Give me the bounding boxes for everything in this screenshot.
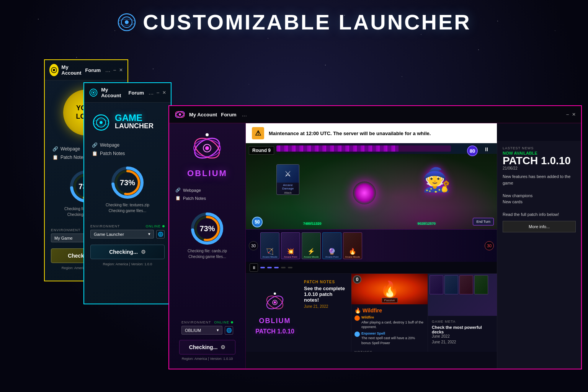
card-art-1: 🏹 [266, 248, 274, 255]
patchnotes-icon-cyan: 📋 [92, 151, 98, 156]
checking-text-cyan: Checking file: textures.zip Checking gam… [106, 202, 149, 214]
hand-card-1[interactable]: 🏹 Arcane Missile [260, 232, 279, 259]
end-turn-btn[interactable]: End Turn [473, 218, 494, 225]
hand-card-2[interactable]: 💥 Arcane Point [281, 232, 300, 259]
win-controls-yellow: – ✕ [113, 67, 123, 73]
globe-icon-pink[interactable]: 🌐 [225, 326, 233, 335]
card-art-2: 💥 [287, 248, 294, 255]
slide-dot-1[interactable] [260, 267, 265, 268]
mana-gem-bottom: 50 [252, 217, 263, 227]
pause-btn-ctrl[interactable]: ⏸ [250, 263, 258, 272]
env-label-text-pink: ENVIRONMENT [181, 320, 211, 324]
close-yellow[interactable]: ✕ [119, 67, 123, 73]
hp-text-left: 7480/11320 [303, 222, 322, 225]
online-status-cyan: Online [145, 224, 165, 228]
nav-dots-cyan[interactable]: ... [149, 89, 154, 96]
svg-point-2 [125, 20, 129, 24]
link-icon-yellow: 🔗 [52, 146, 58, 152]
w3-main-inner: ⚠ Maintenance at 12:00 UTC. The server w… [246, 123, 581, 368]
nav-dots-yellow[interactable]: ... [105, 67, 110, 74]
game-meta-panel: GAME META Check the most powerful decks … [428, 274, 497, 352]
launch-btn-pink[interactable]: Checking... ⚙ [179, 340, 235, 354]
flame-icon: 🔥 [380, 280, 399, 298]
env-select-pink[interactable]: OBLIUM ▾ [181, 326, 222, 335]
progress-section-cyan: 73% Checking file: textures.zip Checking… [84, 161, 171, 218]
gl-orbit-icon [92, 113, 110, 132]
svg-point-23 [179, 113, 181, 116]
minimize-cyan[interactable]: – [157, 90, 159, 95]
hand-card-4[interactable]: 🔮 Arcane Point [322, 232, 341, 259]
link-patchnotes-cyan[interactable]: 📋 Patch Notes [92, 149, 163, 158]
online-status-pink: Online [214, 320, 233, 324]
nav-my-account-pink[interactable]: My Account [189, 112, 217, 118]
oblium-name-text: OBLIUM [187, 168, 227, 178]
link-icon-pink: 🔗 [175, 188, 181, 193]
spell-orb [353, 181, 376, 204]
oblium-main-icon [190, 131, 224, 165]
nav-forum-pink[interactable]: Forum [221, 112, 236, 118]
gl-game-text: GAME [115, 113, 154, 122]
titlebar-cyan: My Account Forum ... – ✕ [84, 83, 171, 103]
svg-point-37 [274, 301, 276, 304]
slide-dot-5[interactable] [288, 267, 292, 268]
gl-title: GAME LAUNCHER [115, 113, 154, 130]
game-bottom-cards: 30 🏹 Arcane Missile 💥 Arcane Point [246, 229, 497, 262]
card-art-left: ⚔ [277, 165, 299, 183]
env-select-cyan[interactable]: Game Launcher ▾ [90, 230, 154, 238]
maintenance-banner: ⚠ Maintenance at 12:00 UTC. The server w… [246, 123, 497, 143]
link-webpage-cyan[interactable]: 🔗 Webpage [92, 141, 163, 149]
patchnotes-icon-pink: 📋 [175, 196, 181, 201]
minimize-pink[interactable]: – [566, 112, 569, 117]
meta-card-3 [459, 275, 473, 294]
link-webpage-pink[interactable]: 🔗 Webpage [175, 186, 239, 194]
oblium-small-icon [263, 291, 286, 314]
nav-my-account-yellow[interactable]: My Account [62, 64, 82, 76]
ability1-icon [354, 315, 360, 321]
env-label-text-cyan: ENVIRONMENT [90, 224, 120, 228]
svg-point-12 [93, 92, 94, 93]
patch-desc-text: New features has been added to the game … [503, 173, 576, 218]
close-cyan[interactable]: ✕ [162, 90, 166, 95]
nav-forum-cyan[interactable]: Forum [129, 90, 144, 96]
meta-card-1 [430, 275, 443, 294]
game-launcher-logo: GAME LAUNCHER [92, 113, 154, 132]
hand-card-5[interactable]: 🔥 Arcane Missile [343, 232, 362, 259]
nav-forum-yellow[interactable]: Forum [85, 67, 101, 73]
wf-name-icon: 🔥 [354, 307, 361, 314]
patch-ver-text: PATCH 1.0.10 [255, 328, 294, 335]
main-left-area: ⚠ Maintenance at 12:00 UTC. The server w… [246, 123, 497, 368]
more-info-btn[interactable]: More info... [503, 221, 576, 232]
minimize-yellow[interactable]: – [113, 67, 116, 73]
progress-percent-cyan: 73% [120, 178, 135, 187]
patch-date-right: 21/06/22 [503, 166, 576, 170]
slide-dot-4[interactable] [281, 267, 286, 268]
card-art-3: ⚡ [307, 248, 315, 255]
slide-dot-3[interactable] [274, 267, 279, 268]
progress-section-pink: 73% Checking file: cards.zip Checking ga… [188, 208, 227, 263]
page-title: CUSTOMIZABLE LAUNCHER [143, 10, 471, 34]
svg-point-5 [53, 69, 55, 71]
link-patchnotes-pink[interactable]: 📋 Patch Notes [175, 194, 239, 202]
maintenance-text: Maintenance at 12:00 UTC. The server wil… [269, 131, 431, 136]
meta-card-2 [444, 275, 458, 294]
launch-btn-cyan[interactable]: Checking... ⚙ [90, 245, 165, 259]
launcher-icon [117, 12, 137, 32]
window-pink: My Account Forum ... – ✕ OBLIUM [168, 105, 582, 369]
close-pink[interactable]: ✕ [572, 112, 576, 117]
controls-bar: ⏸ [246, 262, 497, 273]
hand-card-3[interactable]: ⚡ Arcane Missile [302, 232, 321, 259]
card-name-3: Arcane Missile [304, 256, 318, 258]
right-panel-content: LASTEST NEWS NOW AVAILABLE PATCH 1.0.10 … [497, 141, 581, 238]
wf-ability-2: Enpower Spell The next spell cast will h… [354, 331, 425, 346]
latest-news-label: LASTEST NEWS [503, 146, 576, 150]
nav-my-account-cyan[interactable]: My Account [101, 87, 125, 98]
card-art-4: 🔮 [328, 248, 336, 255]
env-row-pink: OBLIUM ▾ 🌐 [181, 326, 233, 335]
globe-icon-cyan[interactable]: 🌐 [156, 230, 165, 238]
pause-icon-game[interactable]: ⏸ [484, 146, 489, 152]
gl-launcher-text: LAUNCHER [115, 122, 154, 130]
slide-dot-2[interactable] [267, 267, 272, 268]
game-area: Round 9 80 ⏸ ⚔ [246, 143, 497, 262]
nav-dots-pink[interactable]: ... [242, 111, 247, 118]
card-art-5: 🔥 [349, 248, 356, 255]
